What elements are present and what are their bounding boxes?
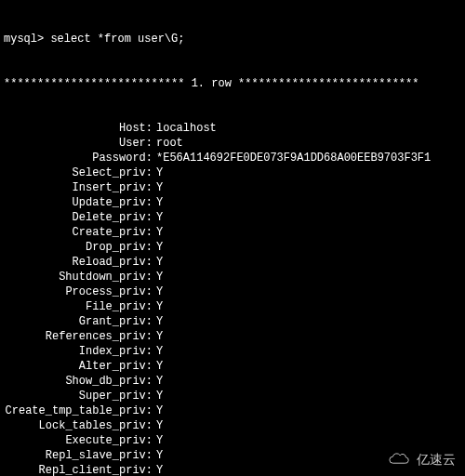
field-key: Insert_priv: <box>4 180 156 195</box>
field-key: Shutdown_priv: <box>4 270 156 284</box>
field-row: Drop_priv: Y <box>4 240 461 255</box>
field-key: References_priv: <box>4 329 156 344</box>
field-value: Y <box>156 284 163 299</box>
field-row: Insert_priv: Y <box>4 180 461 195</box>
field-row: References_priv: Y <box>4 329 461 344</box>
field-key: Repl_client_priv: <box>4 463 156 476</box>
field-key: File_priv: <box>4 299 156 314</box>
field-key: Show_db_priv: <box>4 374 156 389</box>
field-value: Y <box>156 180 163 195</box>
field-value: Y <box>156 389 163 403</box>
field-value: Y <box>156 463 163 476</box>
cloud-icon <box>385 452 411 467</box>
field-row: Host: localhost <box>4 121 461 136</box>
field-value: Y <box>156 255 163 270</box>
field-row: User: root <box>4 136 461 151</box>
field-value: Y <box>156 359 163 374</box>
field-value: Y <box>156 299 163 314</box>
field-key: Grant_priv: <box>4 314 156 329</box>
field-key: Update_priv: <box>4 195 156 210</box>
field-row: Execute_priv: Y <box>4 433 461 448</box>
field-value: root <box>156 136 183 151</box>
field-row: Delete_priv: Y <box>4 210 461 225</box>
field-key: Drop_priv: <box>4 240 156 255</box>
watermark: 亿速云 <box>385 452 456 467</box>
row-separator: *************************** 1. row *****… <box>4 76 461 91</box>
field-key: Repl_slave_priv: <box>4 448 156 463</box>
field-value: Y <box>156 403 163 418</box>
field-value: Y <box>156 374 163 389</box>
field-key: Reload_priv: <box>4 255 156 270</box>
field-value: Y <box>156 314 163 329</box>
field-row: Process_priv: Y <box>4 284 461 299</box>
field-value: Y <box>156 240 163 255</box>
field-key: Create_priv: <box>4 225 156 240</box>
mysql-prompt: mysql> <box>4 32 44 46</box>
terminal-output[interactable]: mysql> select *from user\G; ************… <box>0 0 465 476</box>
field-row: Select_priv: Y <box>4 165 461 180</box>
field-row: Show_db_priv: Y <box>4 374 461 389</box>
field-key: Process_priv: <box>4 284 156 299</box>
field-value: Y <box>156 329 163 344</box>
field-row: Create_priv: Y <box>4 225 461 240</box>
field-row: Update_priv: Y <box>4 195 461 210</box>
field-key: Execute_priv: <box>4 433 156 448</box>
result-fields: Host: localhostUser: rootPassword: *E56A… <box>4 121 461 476</box>
field-row: File_priv: Y <box>4 299 461 314</box>
field-value: Y <box>156 418 163 433</box>
sql-query: select *from user\G; <box>50 32 184 46</box>
watermark-text: 亿速云 <box>417 452 456 467</box>
field-key: Index_priv: <box>4 344 156 359</box>
field-key: Alter_priv: <box>4 359 156 374</box>
field-key: Create_tmp_table_priv: <box>4 403 156 418</box>
field-key: Select_priv: <box>4 165 156 180</box>
field-key: Delete_priv: <box>4 210 156 225</box>
prompt-line: mysql> select *from user\G; <box>4 32 461 46</box>
field-key: User: <box>4 136 156 151</box>
field-row: Index_priv: Y <box>4 344 461 359</box>
field-value: Y <box>156 195 163 210</box>
field-value: Y <box>156 225 163 240</box>
field-key: Lock_tables_priv: <box>4 418 156 433</box>
field-key: Password: <box>4 151 156 165</box>
field-value: *E56A114692FE0DE073F9A1DD68A00EEB9703F3F… <box>156 151 431 165</box>
field-value: Y <box>156 165 163 180</box>
field-value: Y <box>156 448 163 463</box>
field-key: Super_priv: <box>4 389 156 403</box>
field-row: Shutdown_priv: Y <box>4 270 461 284</box>
field-row: Super_priv: Y <box>4 389 461 403</box>
field-value: Y <box>156 270 163 284</box>
field-row: Alter_priv: Y <box>4 359 461 374</box>
field-row: Grant_priv: Y <box>4 314 461 329</box>
field-value: localhost <box>156 121 217 136</box>
field-key: Host: <box>4 121 156 136</box>
field-value: Y <box>156 210 163 225</box>
field-row: Create_tmp_table_priv: Y <box>4 403 461 418</box>
field-row: Lock_tables_priv: Y <box>4 418 461 433</box>
field-row: Password: *E56A114692FE0DE073F9A1DD68A00… <box>4 151 461 165</box>
field-row: Reload_priv: Y <box>4 255 461 270</box>
field-value: Y <box>156 344 163 359</box>
field-value: Y <box>156 433 163 448</box>
